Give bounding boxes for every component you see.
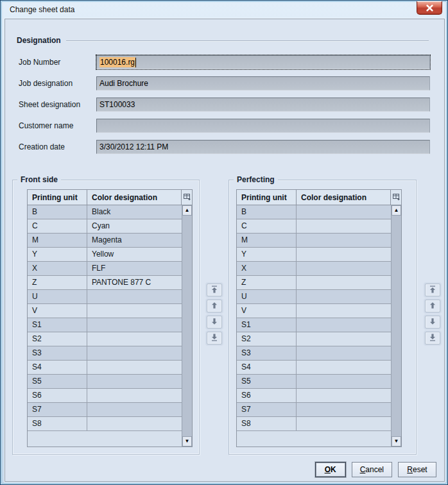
scroll-up-button[interactable]: ▲: [392, 205, 401, 216]
color-designation-cell[interactable]: [87, 332, 182, 346]
printing-unit-cell[interactable]: B: [28, 205, 87, 219]
table-row[interactable]: S8: [28, 417, 182, 431]
table-row[interactable]: U: [28, 290, 182, 304]
perfecting-scrollbar[interactable]: ▲ ▼: [391, 205, 401, 447]
color-designation-cell[interactable]: [87, 417, 182, 430]
color-designation-cell[interactable]: [297, 304, 391, 318]
printing-unit-cell[interactable]: Y: [237, 248, 297, 261]
color-designation-cell[interactable]: [297, 234, 391, 247]
column-header-color-designation[interactable]: Color designation: [87, 190, 181, 205]
color-designation-cell[interactable]: [87, 403, 182, 416]
printing-unit-cell[interactable]: Z: [237, 276, 297, 289]
printing-unit-cell[interactable]: U: [237, 290, 297, 303]
scrollbar-track[interactable]: [392, 216, 401, 436]
close-button[interactable]: [417, 1, 442, 15]
color-designation-cell[interactable]: [87, 290, 182, 303]
printing-unit-cell[interactable]: S5: [237, 375, 297, 388]
printing-unit-cell[interactable]: S2: [237, 332, 297, 346]
color-designation-cell[interactable]: Black: [87, 205, 182, 219]
table-row[interactable]: S2: [237, 332, 391, 346]
color-designation-cell[interactable]: [87, 361, 182, 374]
move-to-bottom-button[interactable]: [207, 332, 222, 345]
table-row[interactable]: S5: [237, 375, 391, 389]
scrollbar-track[interactable]: [182, 216, 192, 436]
printing-unit-cell[interactable]: S8: [237, 417, 297, 430]
color-designation-cell[interactable]: [297, 318, 391, 332]
column-header-printing-unit[interactable]: Printing unit: [28, 190, 87, 205]
color-designation-cell[interactable]: [87, 389, 182, 402]
table-row[interactable]: S4: [28, 361, 182, 375]
printing-unit-cell[interactable]: S4: [28, 361, 87, 374]
printing-unit-cell[interactable]: C: [237, 219, 297, 233]
color-designation-cell[interactable]: [87, 346, 182, 360]
printing-unit-cell[interactable]: S7: [237, 403, 297, 416]
job-number-field[interactable]: 100016.rg: [96, 55, 430, 69]
scroll-down-button[interactable]: ▼: [182, 436, 192, 447]
table-row[interactable]: U: [237, 290, 391, 304]
color-designation-cell[interactable]: [297, 205, 391, 219]
color-designation-cell[interactable]: [297, 361, 391, 374]
table-row[interactable]: B: [237, 205, 391, 219]
column-chooser-button[interactable]: [390, 190, 401, 205]
table-row[interactable]: XFLF: [28, 262, 182, 276]
color-designation-cell[interactable]: Magenta: [87, 234, 182, 247]
printing-unit-cell[interactable]: C: [28, 219, 87, 233]
move-up-button[interactable]: [425, 300, 440, 312]
color-designation-cell[interactable]: [297, 276, 391, 289]
printing-unit-cell[interactable]: B: [237, 205, 297, 219]
front-side-scrollbar[interactable]: ▲ ▼: [182, 205, 192, 447]
reset-button[interactable]: Reset: [398, 462, 436, 477]
table-row[interactable]: X: [237, 262, 391, 276]
table-row[interactable]: YYellow: [28, 248, 182, 262]
color-designation-cell[interactable]: [297, 262, 391, 275]
table-row[interactable]: BBlack: [28, 205, 182, 219]
printing-unit-cell[interactable]: S4: [237, 361, 297, 374]
table-row[interactable]: S1: [237, 318, 391, 332]
printing-unit-cell[interactable]: S1: [28, 318, 87, 332]
table-row[interactable]: S3: [237, 346, 391, 361]
printing-unit-cell[interactable]: X: [28, 262, 87, 275]
column-chooser-button[interactable]: [181, 190, 192, 205]
sheet-designation-field[interactable]: ST100033: [96, 98, 430, 112]
job-designation-field[interactable]: Audi Brochure: [96, 76, 430, 90]
printing-unit-cell[interactable]: V: [237, 304, 297, 318]
table-row[interactable]: S3: [28, 346, 182, 361]
printing-unit-cell[interactable]: S3: [237, 346, 297, 360]
printing-unit-cell[interactable]: S5: [28, 375, 87, 388]
printing-unit-cell[interactable]: Y: [28, 248, 87, 261]
move-down-button[interactable]: [425, 316, 440, 328]
table-row[interactable]: CCyan: [28, 219, 182, 234]
printing-unit-cell[interactable]: S6: [28, 389, 87, 402]
printing-unit-cell[interactable]: S1: [237, 318, 297, 332]
printing-unit-cell[interactable]: M: [237, 234, 297, 247]
table-row[interactable]: S2: [28, 332, 182, 346]
move-to-bottom-button[interactable]: [425, 332, 440, 345]
table-row[interactable]: S7: [28, 403, 182, 417]
color-designation-cell[interactable]: [87, 375, 182, 388]
table-row[interactable]: S7: [237, 403, 391, 417]
move-down-button[interactable]: [207, 316, 222, 328]
color-designation-cell[interactable]: [297, 417, 391, 430]
color-designation-cell[interactable]: [297, 403, 391, 416]
scroll-up-button[interactable]: ▲: [182, 205, 192, 216]
printing-unit-cell[interactable]: U: [28, 290, 87, 303]
table-row[interactable]: ZPANTONE 877 C: [28, 276, 182, 290]
move-to-top-button[interactable]: [207, 284, 222, 296]
color-designation-cell[interactable]: [87, 318, 182, 332]
cancel-button[interactable]: Cancel: [352, 462, 392, 477]
scroll-down-button[interactable]: ▼: [392, 436, 401, 447]
color-designation-cell[interactable]: [297, 332, 391, 346]
column-header-color-designation[interactable]: Color designation: [297, 190, 390, 205]
printing-unit-cell[interactable]: S2: [28, 332, 87, 346]
table-row[interactable]: S6: [28, 389, 182, 403]
table-row[interactable]: S1: [28, 318, 182, 332]
color-designation-cell[interactable]: [297, 375, 391, 388]
ok-button[interactable]: OK: [315, 462, 346, 477]
color-designation-cell[interactable]: PANTONE 877 C: [87, 276, 182, 289]
printing-unit-cell[interactable]: V: [28, 304, 87, 318]
table-row[interactable]: C: [237, 219, 391, 234]
table-row[interactable]: S4: [237, 361, 391, 375]
table-row[interactable]: V: [28, 304, 182, 318]
table-row[interactable]: V: [237, 304, 391, 318]
titlebar[interactable]: Change sheet data: [1, 1, 447, 19]
